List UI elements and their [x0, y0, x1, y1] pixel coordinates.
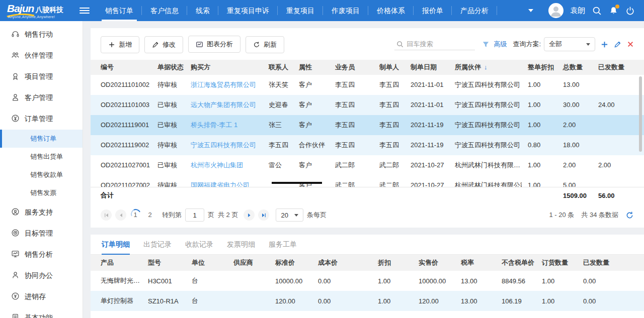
column-header[interactable]: 型号	[145, 255, 189, 271]
table-row[interactable]: OD20211101003已审核远大物产集团有限公司史迎春客户李五四李五四202…	[91, 95, 644, 115]
user-name[interactable]: 袁朗	[570, 6, 585, 16]
sidebar-item-8[interactable]: 销售分析	[0, 244, 83, 265]
column-header[interactable]: 已发数量	[595, 60, 644, 75]
sidebar-subitem-3[interactable]: 销售收款单	[0, 166, 83, 184]
table-cell	[595, 135, 644, 155]
table-row[interactable]: 无悔牌时光机器H3C001台10000.000.001.0010000.0013…	[91, 271, 644, 291]
prev-page-button[interactable]	[115, 209, 126, 221]
table-cell: 李五四	[332, 115, 376, 135]
table-row[interactable]: OD20211101002待审核浙江海逸贸易有限公司张天笑客户李五四李五四202…	[91, 75, 644, 95]
column-header[interactable]: 单位	[189, 255, 230, 271]
sidebar-item-3[interactable]: 项目管理	[0, 66, 83, 87]
column-header[interactable]: 编号	[91, 60, 154, 75]
next-page-button[interactable]	[244, 209, 255, 221]
buyer-link[interactable]: 桥头排骨-李工 1	[191, 121, 237, 129]
page-number-1[interactable]: 1	[130, 209, 141, 221]
column-header[interactable]: 属性	[296, 60, 332, 75]
sidebar-item-5[interactable]: 订单管理	[0, 109, 83, 130]
first-page-button[interactable]	[101, 209, 112, 221]
column-header[interactable]: 成本价	[315, 255, 375, 271]
column-header[interactable]: 折扣	[375, 255, 416, 271]
column-header[interactable]: 所属伙伴↓	[452, 60, 525, 75]
buyer-link[interactable]: 远大物产集团有限公司	[191, 101, 256, 109]
top-nav-tab-3[interactable]: 线索	[187, 0, 218, 21]
user-avatar[interactable]	[548, 3, 564, 18]
refresh-list-icon[interactable]	[625, 211, 634, 220]
menu-toggle-icon[interactable]	[79, 6, 90, 15]
toolbar-button-2[interactable]: 修改	[144, 36, 183, 53]
column-header[interactable]: 业务员	[332, 60, 376, 75]
power-icon[interactable]	[625, 6, 635, 16]
table-row[interactable]: 单灯控制器SZ10-R1A台120.000.001.00120.0013.001…	[91, 291, 644, 311]
sidebar-item-4[interactable]: 客户管理	[0, 87, 83, 109]
column-header[interactable]: 实售价	[416, 255, 458, 271]
column-header[interactable]: 整单折扣	[525, 60, 560, 75]
sidebar-item-1[interactable]: 销售行动	[0, 24, 83, 45]
column-header[interactable]: 制单日期	[408, 60, 452, 75]
sidebar-subitem-2[interactable]: 销售出货单	[0, 148, 83, 166]
page-number-2[interactable]: 2	[144, 209, 155, 221]
filter-funnel-icon[interactable]	[482, 41, 490, 48]
goto-page-input[interactable]	[185, 208, 204, 222]
toolbar-button-3[interactable]: 图表分析	[188, 36, 240, 53]
vertical-scrollbar[interactable]	[639, 76, 642, 152]
detail-tab-5[interactable]: 服务工单	[269, 235, 297, 254]
nav-overflow-caret-icon[interactable]	[528, 9, 533, 12]
buyer-link[interactable]: 宁波五四科技有限公司	[191, 141, 256, 149]
top-nav-tab-8[interactable]: 报价单	[414, 0, 452, 21]
top-nav-tab-4[interactable]: 重复项目申诉	[218, 0, 278, 21]
column-header[interactable]: 订货数量	[539, 255, 580, 271]
table-row[interactable]: OD20211027001已审核杭州市火神山集团雷公客户武二郎武二郎2021-1…	[91, 155, 644, 175]
top-nav-tab-2[interactable]: 客户信息	[142, 0, 187, 21]
last-page-button[interactable]	[258, 209, 269, 221]
detail-tab-2[interactable]: 出货记录	[143, 235, 172, 254]
column-header[interactable]: 税率	[458, 255, 499, 271]
column-header[interactable]: 总数量	[560, 60, 595, 75]
sidebar-item-2[interactable]: 伙伴管理	[0, 45, 83, 66]
detail-tab-3[interactable]: 收款记录	[185, 235, 213, 254]
detail-tab-4[interactable]: 发票明细	[227, 235, 255, 254]
top-nav-tab-1[interactable]: 销售订单	[97, 0, 142, 21]
query-scheme-select[interactable]: 全部	[544, 37, 595, 51]
sidebar-item-9[interactable]: 协同办公	[0, 265, 83, 286]
column-header[interactable]: 购买方	[188, 60, 266, 75]
advanced-search-link[interactable]: 高级	[494, 40, 507, 49]
notification-bell-icon[interactable]	[608, 6, 618, 16]
toolbar-button-4[interactable]: 刷新	[246, 36, 284, 53]
search-icon[interactable]	[592, 6, 602, 16]
table-row[interactable]: OD20211119001已审核桥头排骨-李工 1张三客户李五四李五四2021-…	[91, 115, 644, 135]
sidebar-item-6[interactable]: 服务支持	[0, 202, 83, 223]
top-nav-tab-9[interactable]: 产品分析	[452, 0, 497, 21]
buyer-link[interactable]: 杭州市火神山集团	[191, 161, 243, 169]
top-nav-tab-6[interactable]: 作废项目	[323, 0, 368, 21]
column-header[interactable]: 单据状态	[154, 60, 188, 75]
add-scheme-button[interactable]	[601, 41, 608, 48]
top-nav-tab-7[interactable]: 价格体系	[368, 0, 414, 21]
column-header[interactable]: 供应商	[230, 255, 272, 271]
column-header[interactable]: 已发数量	[580, 255, 644, 271]
brand-logo[interactable]: Bajun 八骏科技 Anyone,Anytime,Anywhere!	[0, 3, 76, 19]
toolbar-button-1[interactable]: 新增	[101, 36, 139, 53]
buyer-link[interactable]: 浙江海逸贸易有限公司	[191, 81, 256, 88]
column-header[interactable]: 产品	[91, 255, 145, 271]
column-header[interactable]: 制单人	[376, 60, 408, 75]
column-header[interactable]: 标准价	[272, 255, 315, 271]
delete-scheme-button[interactable]	[627, 41, 634, 48]
edit-scheme-button[interactable]	[614, 41, 621, 48]
table-row[interactable]: OD20211119002待审核宁波五四科技有限公司李五四合作伙伴李五四李五四2…	[91, 135, 644, 155]
column-header[interactable]: 联系人	[266, 60, 296, 75]
table-row-clipped[interactable]: OD20211027002待审核国网福建省电力公司客户武二郎武二郎2021-10…	[91, 175, 644, 187]
buyer-link[interactable]: 国网福建省电力公司	[191, 181, 250, 187]
top-nav-tab-5[interactable]: 重复项目	[278, 0, 323, 21]
sidebar-subitem-1[interactable]: 销售订单	[0, 130, 83, 148]
page-size-select[interactable]: 20	[276, 208, 303, 222]
sidebar-item-11[interactable]: 基本功能	[0, 307, 83, 318]
sort-descending-icon[interactable]: ↓	[484, 63, 488, 71]
sidebar-item-10[interactable]: 进销存	[0, 286, 83, 307]
detail-tab-1[interactable]: 订单明细	[102, 235, 130, 254]
sidebar-item-7[interactable]: 目标管理	[0, 223, 83, 244]
sidebar-subitem-4[interactable]: 销售发票	[0, 184, 83, 202]
table-cell: 2.00	[595, 155, 644, 175]
search-input[interactable]	[407, 40, 467, 48]
column-header[interactable]: 不含税单价	[499, 255, 539, 271]
